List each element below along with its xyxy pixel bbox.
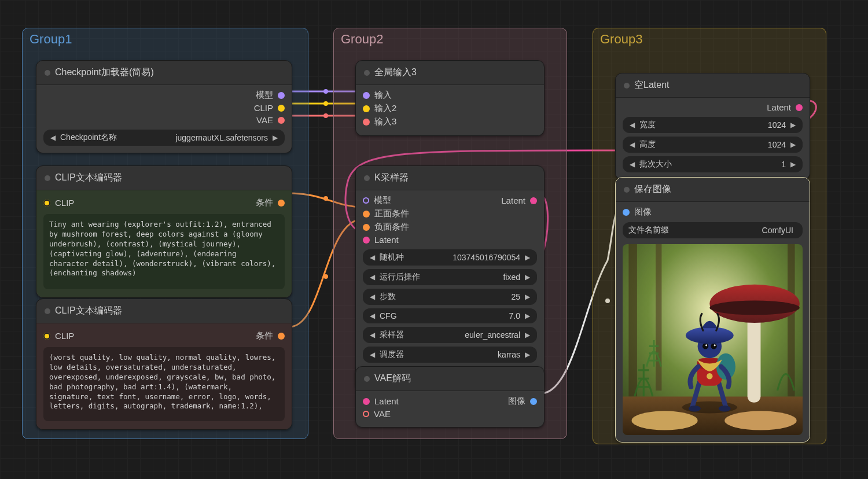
node-vae-decode[interactable]: VAE解码 Latent 图像 VAE	[355, 366, 545, 428]
out-latent-label: Latent	[767, 102, 791, 112]
chevron-right-icon[interactable]: ▶	[524, 253, 531, 261]
batch-widget[interactable]: ◀批次大小1▶	[623, 156, 803, 172]
seed-widget[interactable]: ◀随机种103745016790054▶	[363, 249, 537, 266]
in-image-label: 图像	[634, 207, 652, 218]
chevron-left-icon[interactable]: ◀	[628, 121, 636, 129]
chevron-left-icon[interactable]: ◀	[369, 351, 376, 359]
collapse-dot-icon[interactable]	[45, 70, 50, 76]
height-widget[interactable]: ◀高度1024▶	[623, 137, 803, 153]
prompt-text[interactable]: (worst quality, low quality, normal qual…	[43, 347, 285, 421]
group-title[interactable]: Group2	[341, 32, 383, 47]
cfg-widget[interactable]: ◀CFG7.0▶	[363, 308, 537, 323]
node-title: 全局输入3	[374, 67, 417, 79]
widget-value: ComfyUI	[669, 226, 797, 235]
socket-in-positive[interactable]	[363, 211, 370, 218]
socket-in-negative[interactable]	[363, 224, 370, 231]
steps-widget[interactable]: ◀步数25▶	[363, 289, 537, 305]
scheduler-widget[interactable]: ◀调度器karras▶	[363, 347, 537, 363]
node-checkpoint-loader[interactable]: Checkpoint加载器(简易) 模型 CLIP VAE ◀ Checkpoi…	[36, 60, 292, 153]
group-title[interactable]: Group3	[600, 32, 642, 47]
widget-value: 103745016790054	[404, 253, 524, 262]
socket-out-vae[interactable]	[278, 117, 285, 124]
collapse-dot-icon[interactable]	[45, 308, 50, 314]
widget-value: 1024	[656, 120, 789, 130]
widget-label: 调度器	[376, 349, 404, 360]
socket-in-clip[interactable]	[43, 333, 50, 340]
out-model-label: 模型	[256, 90, 273, 101]
chevron-right-icon[interactable]: ▶	[524, 351, 531, 359]
svg-point-15	[709, 301, 800, 315]
node-clip-text-encode-positive[interactable]: CLIP文本编码器 CLIP 条件 Tiny ant wearing (expl…	[36, 165, 292, 298]
out-latent-label: Latent	[501, 196, 525, 205]
chevron-right-icon[interactable]: ▶	[271, 134, 279, 142]
svg-point-27	[686, 327, 734, 344]
chevron-right-icon[interactable]: ▶	[789, 121, 797, 129]
chevron-right-icon[interactable]: ▶	[524, 273, 531, 281]
collapse-dot-icon[interactable]	[624, 83, 630, 89]
in2-label: 输入2	[374, 103, 396, 114]
collapse-dot-icon[interactable]	[624, 187, 630, 193]
collapse-dot-icon[interactable]	[364, 70, 370, 76]
node-save-image[interactable]: 保存图像 图像 文件名前缀ComfyUI	[615, 177, 810, 443]
chevron-left-icon[interactable]: ◀	[49, 134, 57, 142]
socket-out-model[interactable]	[278, 92, 285, 99]
chevron-left-icon[interactable]: ◀	[369, 253, 376, 261]
widget-value: juggernautXL.safetensors	[117, 133, 271, 142]
socket-out-cond[interactable]	[278, 333, 285, 340]
chevron-left-icon[interactable]: ◀	[369, 331, 376, 339]
svg-rect-8	[656, 244, 661, 390]
out-cond-label: 条件	[256, 330, 273, 341]
prompt-text[interactable]: Tiny ant wearing (explorer's outfit:1.2)…	[43, 214, 285, 289]
node-empty-latent[interactable]: 空Latent Latent ◀宽度1024▶ ◀高度1024▶ ◀批次大小1▶	[615, 73, 810, 180]
svg-point-23	[703, 343, 708, 349]
widget-label: CFG	[376, 311, 397, 320]
group-title[interactable]: Group1	[30, 32, 72, 47]
chevron-right-icon[interactable]: ▶	[524, 331, 531, 339]
collapse-dot-icon[interactable]	[364, 376, 370, 382]
width-widget[interactable]: ◀宽度1024▶	[623, 117, 803, 133]
chevron-right-icon[interactable]: ▶	[789, 160, 797, 168]
sampler-widget[interactable]: ◀采样器euler_ancestral▶	[363, 327, 537, 343]
socket-out-clip[interactable]	[278, 105, 285, 112]
in-pos-label: 正面条件	[374, 208, 409, 219]
node-clip-text-encode-negative[interactable]: CLIP文本编码器 CLIP 条件 (worst quality, low qu…	[36, 299, 292, 430]
checkpoint-name-widget[interactable]: ◀ Checkpoint名称 juggernautXL.safetensors …	[43, 130, 285, 146]
collapse-dot-icon[interactable]	[364, 175, 370, 181]
node-ksampler[interactable]: K采样器 模型 Latent 正面条件 负面条件 Latent ◀随机种1037…	[355, 165, 545, 390]
chevron-left-icon[interactable]: ◀	[369, 293, 376, 301]
output-image-preview[interactable]	[623, 244, 803, 435]
after-widget[interactable]: ◀运行后操作fixed▶	[363, 269, 537, 285]
node-title: 空Latent	[634, 79, 669, 91]
widget-value: euler_ancestral	[404, 330, 524, 340]
out-clip-label: CLIP	[254, 103, 273, 113]
socket-in-1[interactable]	[363, 92, 370, 99]
chevron-right-icon[interactable]: ▶	[524, 293, 531, 301]
socket-in-2[interactable]	[363, 105, 370, 112]
chevron-left-icon[interactable]: ◀	[628, 141, 636, 149]
socket-in-model[interactable]	[363, 197, 369, 204]
socket-in-clip[interactable]	[43, 200, 50, 207]
svg-point-1	[323, 101, 328, 106]
node-global-input[interactable]: 全局输入3 输入 输入2 输入3	[355, 60, 545, 136]
svg-point-26	[714, 344, 716, 346]
socket-in-3[interactable]	[363, 119, 370, 126]
socket-in-vae[interactable]	[363, 411, 369, 417]
chevron-left-icon[interactable]: ◀	[369, 273, 376, 281]
widget-value: 1024	[656, 140, 789, 149]
socket-out-image[interactable]	[530, 398, 537, 405]
widget-label: 采样器	[376, 330, 404, 340]
prefix-widget[interactable]: 文件名前缀ComfyUI	[623, 222, 803, 238]
chevron-left-icon[interactable]: ◀	[369, 312, 376, 320]
socket-out-cond[interactable]	[278, 200, 285, 207]
chevron-right-icon[interactable]: ▶	[524, 312, 531, 320]
chevron-right-icon[interactable]: ▶	[789, 141, 797, 149]
socket-in-image[interactable]	[623, 209, 630, 216]
socket-in-latent[interactable]	[363, 237, 370, 244]
socket-in-latent[interactable]	[363, 398, 370, 405]
chevron-left-icon[interactable]: ◀	[628, 160, 636, 168]
collapse-dot-icon[interactable]	[45, 175, 50, 181]
socket-out-latent[interactable]	[796, 104, 803, 111]
svg-point-0	[323, 89, 328, 94]
widget-label: Checkpoint名称	[57, 132, 117, 143]
socket-out-latent[interactable]	[530, 197, 537, 204]
